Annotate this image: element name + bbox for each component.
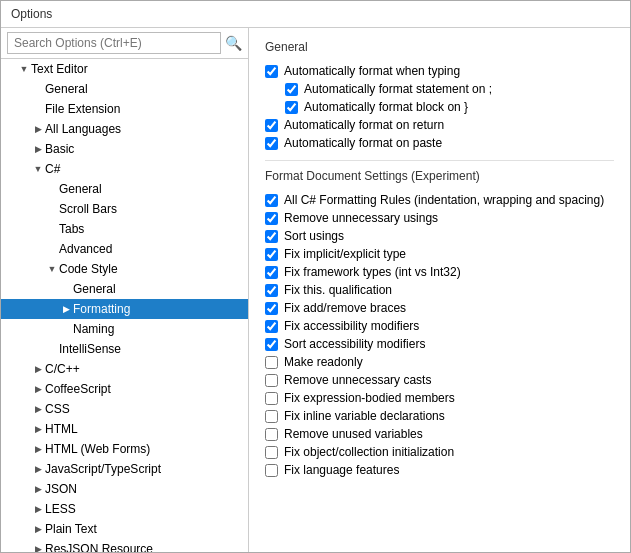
- format-checkbox-row: Sort usings: [265, 227, 614, 245]
- tree-item-label: CSS: [45, 402, 70, 416]
- checkbox-format-14[interactable]: [265, 446, 278, 459]
- tree-item-advanced[interactable]: Advanced: [1, 239, 248, 259]
- format-checkbox-row: Fix expression-bodied members: [265, 389, 614, 407]
- arrow-icon: ▶: [31, 124, 45, 134]
- checkbox-format-6[interactable]: [265, 302, 278, 315]
- tree-item-formatting[interactable]: ▶Formatting: [1, 299, 248, 319]
- checkbox-general-4[interactable]: [265, 137, 278, 150]
- checkbox-label: Remove unnecessary casts: [284, 373, 431, 387]
- checkbox-label: Fix implicit/explicit type: [284, 247, 406, 261]
- tree-item-label: JSON: [45, 482, 77, 496]
- tree-item-csharp-general[interactable]: General: [1, 179, 248, 199]
- arrow-icon: ▼: [17, 64, 31, 74]
- window-title: Options: [11, 7, 52, 21]
- tree-item-less[interactable]: ▶LESS: [1, 499, 248, 519]
- arrow-icon: ▶: [31, 524, 45, 534]
- tree-item-label: File Extension: [45, 102, 120, 116]
- arrow-icon: ▶: [31, 424, 45, 434]
- checkbox-general-1[interactable]: [285, 83, 298, 96]
- tree-item-plain-text[interactable]: ▶Plain Text: [1, 519, 248, 539]
- checkbox-format-4[interactable]: [265, 266, 278, 279]
- checkbox-format-1[interactable]: [265, 212, 278, 225]
- checkbox-label: Fix expression-bodied members: [284, 391, 455, 405]
- checkbox-label: Fix object/collection initialization: [284, 445, 454, 459]
- format-doc-section-title: Format Document Settings (Experiment): [265, 169, 614, 183]
- tree-item-label: Formatting: [73, 302, 130, 316]
- tree-item-label: CoffeeScript: [45, 382, 111, 396]
- checkbox-format-9[interactable]: [265, 356, 278, 369]
- tree-item-coffeescript[interactable]: ▶CoffeeScript: [1, 379, 248, 399]
- tree-item-all-languages[interactable]: ▶All Languages: [1, 119, 248, 139]
- tree-item-basic[interactable]: ▶Basic: [1, 139, 248, 159]
- checkbox-general-3[interactable]: [265, 119, 278, 132]
- tree-item-csharp[interactable]: ▼C#: [1, 159, 248, 179]
- tree-item-label: LESS: [45, 502, 76, 516]
- general-checkbox-row: Automatically format when typing: [265, 62, 614, 80]
- tree-item-label: C#: [45, 162, 60, 176]
- tree-item-tabs[interactable]: Tabs: [1, 219, 248, 239]
- format-checkbox-row: Fix object/collection initialization: [265, 443, 614, 461]
- checkbox-format-0[interactable]: [265, 194, 278, 207]
- tree-item-naming[interactable]: Naming: [1, 319, 248, 339]
- checkbox-format-10[interactable]: [265, 374, 278, 387]
- tree-item-label: Text Editor: [31, 62, 88, 76]
- checkbox-format-13[interactable]: [265, 428, 278, 441]
- checkbox-format-15[interactable]: [265, 464, 278, 477]
- options-window: Options 🔍 ▼Text EditorGeneralFile Extens…: [0, 0, 631, 553]
- arrow-icon: ▶: [31, 444, 45, 454]
- format-checkbox-row: Remove unnecessary usings: [265, 209, 614, 227]
- tree-item-css[interactable]: ▶CSS: [1, 399, 248, 419]
- checkbox-label: Fix add/remove braces: [284, 301, 406, 315]
- tree-item-code-style[interactable]: ▼Code Style: [1, 259, 248, 279]
- checkbox-format-8[interactable]: [265, 338, 278, 351]
- checkbox-label: Remove unnecessary usings: [284, 211, 438, 225]
- arrow-icon: ▶: [59, 304, 73, 314]
- tree-item-label: HTML: [45, 422, 78, 436]
- format-checkbox-row: All C# Formatting Rules (indentation, wr…: [265, 191, 614, 209]
- checkbox-format-2[interactable]: [265, 230, 278, 243]
- tree-item-code-style-general[interactable]: General: [1, 279, 248, 299]
- format-checkbox-row: Sort accessibility modifiers: [265, 335, 614, 353]
- left-panel: 🔍 ▼Text EditorGeneralFile Extension▶All …: [1, 28, 249, 552]
- format-checkbox-row: Remove unnecessary casts: [265, 371, 614, 389]
- tree-item-json[interactable]: ▶JSON: [1, 479, 248, 499]
- tree-item-label: JavaScript/TypeScript: [45, 462, 161, 476]
- tree-item-text-editor[interactable]: ▼Text Editor: [1, 59, 248, 79]
- checkbox-label: Automatically format when typing: [284, 64, 460, 78]
- content-area: 🔍 ▼Text EditorGeneralFile Extension▶All …: [1, 28, 630, 552]
- tree-item-general[interactable]: General: [1, 79, 248, 99]
- tree-item-intellisense[interactable]: IntelliSense: [1, 339, 248, 359]
- checkbox-format-3[interactable]: [265, 248, 278, 261]
- general-checkbox-row: Automatically format statement on ;: [285, 80, 614, 98]
- checkbox-general-0[interactable]: [265, 65, 278, 78]
- checkbox-format-5[interactable]: [265, 284, 278, 297]
- tree-item-c-cpp[interactable]: ▶C/C++: [1, 359, 248, 379]
- tree-item-html[interactable]: ▶HTML: [1, 419, 248, 439]
- checkbox-format-7[interactable]: [265, 320, 278, 333]
- tree-item-html-web[interactable]: ▶HTML (Web Forms): [1, 439, 248, 459]
- tree-item-label: Basic: [45, 142, 74, 156]
- section-divider: [265, 160, 614, 161]
- checkbox-format-11[interactable]: [265, 392, 278, 405]
- format-checkbox-row: Remove unused variables: [265, 425, 614, 443]
- tree-item-label: Tabs: [59, 222, 84, 236]
- tree-item-scroll-bars[interactable]: Scroll Bars: [1, 199, 248, 219]
- checkbox-label: Fix inline variable declarations: [284, 409, 445, 423]
- tree-item-label: Advanced: [59, 242, 112, 256]
- search-input[interactable]: [7, 32, 221, 54]
- arrow-icon: ▶: [31, 544, 45, 552]
- title-bar: Options: [1, 1, 630, 28]
- tree-item-file-extension[interactable]: File Extension: [1, 99, 248, 119]
- checkbox-label: Remove unused variables: [284, 427, 423, 441]
- checkbox-general-2[interactable]: [285, 101, 298, 114]
- arrow-icon: ▶: [31, 504, 45, 514]
- tree-item-label: C/C++: [45, 362, 80, 376]
- tree-item-resjson[interactable]: ▶ResJSON Resource: [1, 539, 248, 552]
- format-checkbox-row: Fix this. qualification: [265, 281, 614, 299]
- format-checkbox-row: Fix implicit/explicit type: [265, 245, 614, 263]
- checkbox-label: Make readonly: [284, 355, 363, 369]
- tree-item-javascript[interactable]: ▶JavaScript/TypeScript: [1, 459, 248, 479]
- checkbox-format-12[interactable]: [265, 410, 278, 423]
- checkbox-label: Automatically format statement on ;: [304, 82, 492, 96]
- tree-item-label: Scroll Bars: [59, 202, 117, 216]
